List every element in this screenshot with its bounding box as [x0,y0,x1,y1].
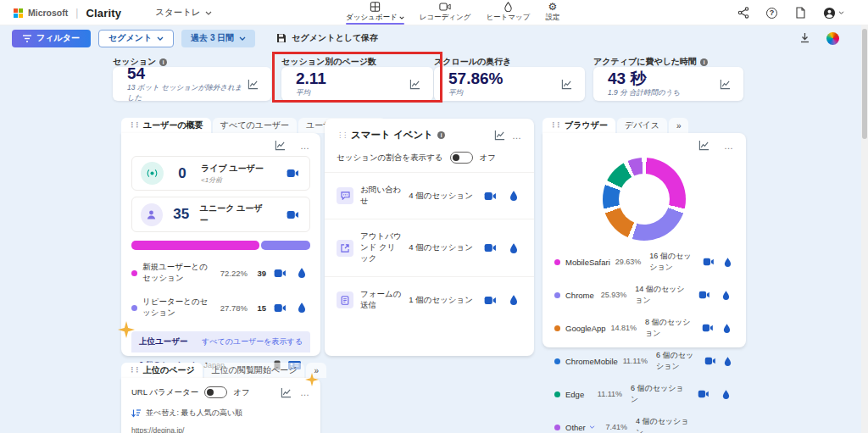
live-users-subtext: <1分前 [201,175,264,185]
nav-dashboard[interactable]: ダッシュボード [342,0,408,25]
sessions-value: 54 [127,65,244,81]
active-time-subtext: 1.9 分 合計時間のうち [608,88,716,98]
scrollbar-thumb[interactable] [862,29,867,139]
broadcast-icon [145,169,159,178]
nav-settings[interactable]: ⚙ 設定 [542,0,563,25]
view-heatmap-button[interactable] [293,268,310,278]
save-segment-label: セグメントとして保存 [292,32,378,44]
share-button[interactable] [735,7,752,19]
tab-top-entry-pages[interactable]: 上位の閲覧開始ページ [204,363,305,378]
user-panel-actions: … [131,140,310,151]
browser-row-chromemobile: ChromeMobile 11.11% 6 個のセッション [542,350,746,372]
tab-devices-label: デバイス [625,119,659,131]
nav-heatmaps[interactable]: ヒートマップ [482,0,533,25]
sort-row[interactable]: 並べ替え: 最も人気の高い順 [121,403,320,423]
session-share-toggle[interactable] [450,152,473,164]
top-bar: Microsoft | Clarity スタートレ ダッシュボード レコーディン… [0,0,868,25]
droplet-icon [724,357,732,366]
watch-recordings-button[interactable] [271,303,288,313]
tab-top-pages[interactable]: ⋮⋮ 上位のページ [121,363,203,378]
top-pages-panel: URL パラメーター オフ … 並べ替え: 最も人気の高い順 https://d… [121,378,320,433]
view-heatmap-button[interactable] [717,390,734,399]
drag-handle-icon[interactable]: ⋮⋮ [337,132,347,139]
watch-recordings-button[interactable] [481,296,498,305]
tab-top-entry-pages-label: 上位の閲覧開始ページ [212,364,298,376]
save-segment-button[interactable]: セグメントとして保存 [276,32,378,44]
legend-count: 39 [253,269,266,278]
chart-icon [275,140,286,151]
project-selector[interactable]: スタートレ [155,7,211,19]
open-chart-button[interactable] [277,387,294,398]
droplet-icon [298,268,306,278]
sort-label: 並べ替え: 最も人気の高い順 [146,408,242,419]
watch-recordings-button[interactable] [702,258,715,266]
watch-recordings-button[interactable] [697,291,713,299]
url-parameter-toggle[interactable] [204,386,227,398]
segment-dropdown[interactable]: セグメント [98,30,174,47]
view-heatmap-button[interactable] [720,324,734,333]
view-heatmap-button[interactable] [505,295,522,305]
info-icon[interactable]: i [437,131,445,139]
browser-sessions: 8 個のセッション [642,317,695,339]
tab-all-users-label: すべてのユーザー [220,119,289,131]
tab-more[interactable]: » [669,118,689,133]
open-chart-button[interactable] [491,130,508,141]
watch-recordings-button[interactable] [481,192,498,201]
browser-name: MobileSafari [565,258,610,267]
browser-row-googleapp: GoogleApp 14.81% 8 個のセッション [542,317,746,339]
settings-gear-icon: ⚙ [548,2,558,12]
more-tabs-icon: » [676,121,682,130]
nav-heatmaps-label: ヒートマップ [486,13,530,23]
scroll-depth-subtext: 平均 [448,88,558,98]
drag-handle-icon[interactable]: ⋮⋮ [550,122,560,129]
event-name: フォームの送信 [360,289,402,311]
droplet-icon [722,291,730,300]
watch-recordings-button[interactable] [271,269,288,278]
view-heatmap-button[interactable] [505,191,522,201]
watch-recordings-button[interactable] [284,169,301,178]
tab-user-overview[interactable]: ⋮⋮ ユーザーの概要 [121,118,211,133]
tab-browsers[interactable]: ⋮⋮ ブラウザー [542,118,615,133]
account-menu[interactable] [823,7,844,19]
drag-handle-icon[interactable]: ⋮⋮ [129,122,139,129]
chevron-down-icon [399,16,404,19]
watch-recordings-button[interactable] [481,243,498,253]
chevron-down-icon [205,11,212,15]
view-heatmap-button[interactable] [718,291,734,300]
browser-percent: 29.63% [615,258,642,266]
view-heatmap-button[interactable] [293,303,310,313]
date-range-dropdown[interactable]: 過去 3 日間 [181,30,255,47]
legend-label: リピーターとのセッション [142,297,215,319]
info-icon[interactable]: i [700,58,708,66]
filter-button-label: フィルター [36,32,80,44]
open-chart-button[interactable] [271,140,288,151]
account-icon [823,7,836,19]
view-heatmap-button[interactable] [721,258,734,267]
view-heatmap-button[interactable] [505,243,522,253]
docs-button[interactable] [792,7,809,19]
tab-devices[interactable]: デバイス [617,118,667,133]
open-chart-button[interactable] [406,79,423,90]
watch-recordings-button[interactable] [700,324,715,332]
open-chart-button[interactable] [695,140,712,151]
segment-dropdown-label: セグメント [108,32,152,44]
nav-recordings[interactable]: レコーディング [416,0,475,25]
copilot-icon[interactable] [826,32,839,45]
browser-name[interactable]: Other [565,423,595,432]
browser-name: Edge [565,390,588,399]
download-button[interactable] [796,33,813,43]
view-heatmap-button[interactable] [721,357,734,366]
filter-button[interactable]: フィルター [12,30,91,47]
open-chart-button[interactable] [558,79,575,90]
open-chart-button[interactable] [244,79,261,90]
page-scrollbar[interactable] [861,25,868,433]
tab-all-users[interactable]: すべてのユーザー [213,118,297,133]
help-button[interactable]: ? [766,8,777,19]
show-all-users-link[interactable]: すべてのユーザーを表示する [202,336,303,347]
watch-recordings-button[interactable] [695,390,712,398]
watch-recordings-button[interactable] [704,357,717,365]
watch-recordings-button[interactable] [285,210,301,219]
drag-handle-icon[interactable]: ⋮⋮ [129,367,139,374]
open-chart-button[interactable] [716,79,733,90]
browser-row-chrome: Chrome 25.93% 14 個のセッション [542,284,746,306]
